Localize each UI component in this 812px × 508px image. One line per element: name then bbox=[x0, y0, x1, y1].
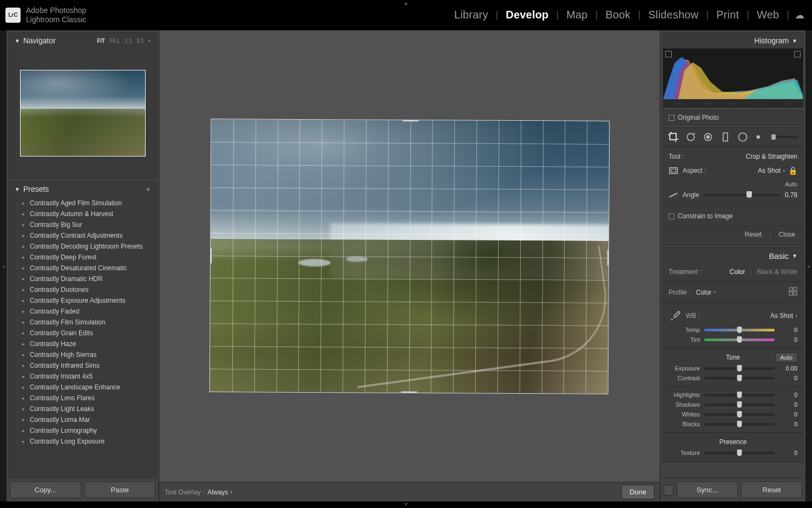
slider-exposure[interactable]: Exposure0.00 bbox=[669, 363, 797, 373]
original-photo-toggle[interactable]: Original Photo bbox=[663, 110, 803, 125]
preset-folder[interactable]: Contrastly Film Simulation bbox=[9, 317, 156, 328]
angle-slider[interactable] bbox=[705, 194, 780, 196]
slider-blacks[interactable]: Blacks0 bbox=[669, 419, 797, 429]
crop-tool-icon[interactable] bbox=[667, 131, 679, 143]
module-web[interactable]: Web bbox=[749, 9, 787, 21]
spot-removal-icon[interactable] bbox=[685, 131, 697, 143]
aspect-icon[interactable] bbox=[669, 166, 678, 175]
preset-folder[interactable]: Contrastly High Sierras bbox=[9, 349, 156, 360]
graduated-filter-icon[interactable] bbox=[719, 131, 731, 143]
module-library[interactable]: Library bbox=[447, 9, 496, 21]
top-notch-icon[interactable]: ▴ bbox=[404, 0, 408, 6]
slider-texture[interactable]: Texture0 bbox=[669, 448, 797, 458]
lock-icon[interactable]: 🔒 bbox=[788, 166, 797, 175]
constrain-toggle[interactable]: Constrain to Image bbox=[669, 210, 797, 223]
radial-filter-icon[interactable] bbox=[737, 131, 749, 143]
preset-folder[interactable]: Contrastly Exposure Adjustments bbox=[9, 295, 156, 306]
preset-folder[interactable]: Contrastly Haze bbox=[9, 338, 156, 349]
crop-handle-top[interactable] bbox=[402, 119, 418, 122]
module-develop[interactable]: Develop bbox=[498, 9, 556, 21]
profile-value[interactable]: Color bbox=[696, 289, 712, 296]
reset-button[interactable]: Reset bbox=[741, 481, 802, 498]
preset-folder[interactable]: Contrastly Lomography bbox=[9, 425, 156, 436]
presets-header[interactable]: ▼ Presets + bbox=[9, 181, 156, 197]
basic-header[interactable]: Basic ▼ bbox=[663, 248, 803, 264]
module-book[interactable]: Book bbox=[598, 9, 638, 21]
straighten-icon[interactable] bbox=[669, 190, 678, 200]
tone-auto-button[interactable]: Auto bbox=[775, 353, 797, 362]
copy-button[interactable]: Copy... bbox=[10, 481, 81, 498]
crop-handle-right[interactable] bbox=[607, 249, 610, 265]
preset-folder[interactable]: Contrastly Loma Mar bbox=[9, 414, 156, 425]
left-rail-toggle[interactable]: ◂ bbox=[0, 30, 6, 502]
angle-value[interactable]: 0.78 bbox=[785, 191, 797, 199]
treatment-color[interactable]: Color bbox=[730, 268, 745, 276]
preset-folder[interactable]: Contrastly Big Sur bbox=[9, 219, 156, 230]
crop-handle-br[interactable] bbox=[601, 386, 610, 394]
crop-handle-tr[interactable] bbox=[602, 119, 610, 128]
treatment-bw[interactable]: Black & White bbox=[757, 268, 797, 276]
preset-folder[interactable]: Contrastly Instant 4x5 bbox=[9, 371, 156, 382]
slider-highlights[interactable]: Highlights0 bbox=[669, 390, 797, 400]
slider-contrast[interactable]: Contrast0 bbox=[669, 373, 797, 383]
angle-auto-button[interactable]: Auto bbox=[785, 181, 797, 187]
shadow-clip-icon[interactable] bbox=[665, 51, 672, 57]
module-print[interactable]: Print bbox=[709, 9, 746, 21]
panel-switch-icon[interactable] bbox=[664, 485, 673, 496]
slider-whites[interactable]: Whites0 bbox=[669, 409, 797, 419]
paste-button[interactable]: Paste bbox=[84, 481, 156, 498]
add-preset-icon[interactable]: + bbox=[146, 185, 150, 193]
navigator-header[interactable]: ▼ Navigator FITFILL1:13:1▾ bbox=[9, 33, 156, 48]
preset-folder[interactable]: Contrastly Deep Forest bbox=[9, 252, 156, 263]
aspect-value[interactable]: As Shot bbox=[758, 167, 781, 174]
slider-tint[interactable]: Tint0 bbox=[669, 335, 797, 344]
preset-folder[interactable]: Contrastly Decoding Lightroom Presets bbox=[9, 241, 156, 252]
done-button[interactable]: Done bbox=[621, 485, 654, 499]
tool-close-button[interactable]: Close bbox=[776, 230, 797, 239]
profile-browser-icon[interactable] bbox=[789, 287, 797, 297]
brush-size-slider[interactable] bbox=[771, 136, 798, 138]
preset-folder[interactable]: Contrastly Desaturated Cinematic bbox=[9, 263, 156, 273]
histogram[interactable] bbox=[663, 49, 803, 100]
nav-zoom-1-1[interactable]: 1:1 bbox=[125, 38, 132, 44]
checkbox-icon[interactable] bbox=[669, 213, 675, 219]
preset-folder[interactable]: Contrastly Duotones bbox=[9, 284, 156, 295]
preset-folder[interactable]: Contrastly Landscape Enhance bbox=[9, 382, 156, 393]
preset-folder[interactable]: Contrastly Contrast Adjustments bbox=[9, 230, 156, 241]
crop-handle-bl[interactable] bbox=[209, 385, 217, 394]
preset-folder[interactable]: Contrastly Lens Flares bbox=[9, 393, 156, 403]
preset-folder[interactable]: Contrastly Long Exposure bbox=[9, 436, 156, 447]
crop-handle-left[interactable] bbox=[209, 247, 212, 263]
nav-zoom-fill[interactable]: FILL bbox=[109, 38, 120, 44]
sync-button[interactable]: Sync... bbox=[677, 481, 738, 498]
crop-handle-bottom[interactable] bbox=[401, 390, 417, 394]
crop-frame[interactable] bbox=[209, 119, 610, 394]
nav-zoom-3-1[interactable]: 3:1 bbox=[136, 38, 144, 44]
preset-folder[interactable]: Contrastly Aged Film Simulation bbox=[9, 198, 156, 209]
preset-folder[interactable]: Contrastly Light Leaks bbox=[9, 403, 156, 414]
module-map[interactable]: Map bbox=[559, 9, 595, 21]
canvas-area[interactable] bbox=[159, 30, 660, 482]
highlight-clip-icon[interactable] bbox=[794, 51, 801, 57]
cloud-sync-icon[interactable]: ☁ bbox=[795, 9, 804, 21]
brush-tool-icon[interactable] bbox=[754, 131, 766, 143]
crop-handle-tl[interactable] bbox=[209, 119, 219, 126]
wb-value[interactable]: As Shot bbox=[770, 312, 793, 320]
checkbox-icon[interactable] bbox=[669, 115, 675, 121]
tool-overlay-value[interactable]: Always bbox=[207, 489, 228, 496]
preset-folder[interactable]: Contrastly Autumn & Harvest bbox=[9, 209, 156, 219]
histogram-header[interactable]: Histogram ▼ bbox=[663, 32, 803, 49]
slider-shadows[interactable]: Shadows0 bbox=[669, 400, 797, 409]
preset-folder[interactable]: Contrastly Infrared Sims bbox=[9, 360, 156, 371]
navigator-preview[interactable] bbox=[9, 48, 156, 178]
redeye-tool-icon[interactable] bbox=[702, 131, 714, 143]
preset-folder[interactable]: Contrastly Grain Edits bbox=[9, 328, 156, 338]
module-slideshow[interactable]: Slideshow bbox=[640, 9, 706, 21]
tool-reset-button[interactable]: Reset bbox=[743, 230, 764, 239]
slider-temp[interactable]: Temp0 bbox=[669, 325, 797, 335]
bottom-notch-icon[interactable]: ▾ bbox=[0, 502, 812, 508]
preset-folder[interactable]: Contrastly Dramatic HDR bbox=[9, 273, 156, 284]
preset-folder[interactable]: Contrastly Faded bbox=[9, 306, 156, 317]
nav-zoom-fit[interactable]: FIT bbox=[97, 38, 105, 44]
right-rail-toggle[interactable]: ▸ bbox=[806, 30, 812, 502]
